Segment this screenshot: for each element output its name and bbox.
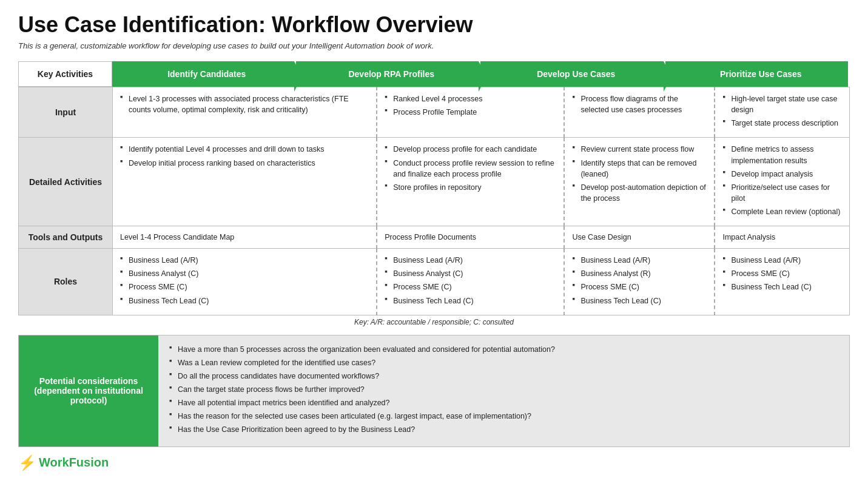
page-title: Use Case Identification: Workflow Overvi… (18, 12, 850, 38)
considerations-content: Have a more than 5 processes across the … (158, 335, 849, 447)
key-text: Key: A/R: accountable / responsible; C: … (18, 315, 850, 330)
row-label-3: Roles (19, 249, 113, 315)
header-col-1: Develop RPA Profiles (296, 61, 479, 87)
cell-3-0: Business Lead (A/R)Business Analyst (C)P… (113, 249, 377, 315)
bullet-item: Process SME (C) (572, 281, 707, 292)
cell-1-0: Identify potential Level 4 processes and… (113, 138, 377, 226)
cell-0-3: High-level target state use case designT… (715, 87, 849, 138)
considerations-list: Have a more than 5 processes across the … (169, 344, 838, 436)
header-col-2: Develop Use Cases (480, 61, 664, 87)
workflow-table: InputLevel 1-3 processes with associated… (18, 87, 850, 315)
cell-3-1: Business Lead (A/R)Business Analyst (C)P… (377, 249, 564, 315)
bullet-item: Process flow diagrams of the selected us… (572, 93, 707, 115)
page-subtitle: This is a general, customizable workflow… (18, 41, 850, 50)
bullet-item: Prioritize/select use cases for pilot (722, 182, 842, 204)
bullet-item: Ranked Level 4 processes (385, 93, 556, 104)
bullet-item: Define metrics to assess implementation … (722, 144, 842, 166)
bullet-item: Develop initial process ranking based on… (120, 158, 369, 169)
table-row-0: InputLevel 1-3 processes with associated… (19, 87, 850, 138)
bullet-item: Identify steps that can be removed (lean… (572, 158, 707, 180)
header-columns: Identify Candidates Develop RPA Profiles… (112, 61, 850, 87)
considerations-label: Potential considerations (dependent on i… (19, 335, 158, 447)
bullet-item: Business Tech Lead (C) (120, 295, 369, 306)
cell-2-2: Use Case Design (564, 226, 715, 249)
logo-icon: ⚡ (18, 454, 36, 471)
bullet-item: Business Analyst (R) (572, 268, 707, 279)
logo-section: ⚡ WorkFusion (18, 454, 850, 471)
header-col-3: Prioritize Use Cases (665, 61, 849, 87)
consideration-item: Has the Use Case Prioritization been agr… (169, 424, 838, 435)
row-label-2: Tools and Outputs (19, 226, 113, 249)
row-label-1: Detailed Activities (19, 138, 113, 226)
bullet-item: Develop process profile for each candida… (385, 144, 556, 155)
table-row-2: Tools and OutputsLevel 1-4 Process Candi… (19, 226, 850, 249)
cell-0-0: Level 1-3 processes with associated proc… (113, 87, 377, 138)
consideration-item: Have a more than 5 processes across the … (169, 344, 838, 355)
bullet-item: Business Lead (A/R) (385, 255, 556, 266)
bullet-item: High-level target state use case design (722, 93, 842, 115)
bullet-item: Identify potential Level 4 processes and… (120, 144, 369, 155)
cell-1-1: Develop process profile for each candida… (377, 138, 564, 226)
bullet-item: Process SME (C) (722, 268, 842, 279)
cell-3-3: Business Lead (A/R)Process SME (C)Busine… (715, 249, 849, 315)
consideration-item: Has the reason for the selected use case… (169, 411, 838, 422)
row-label-0: Input (19, 87, 113, 138)
logo-text: WorkFusion (39, 456, 109, 470)
bullet-item: Complete Lean review (optional) (722, 206, 842, 217)
bullet-item: Business Tech Lead (C) (722, 281, 842, 292)
cell-1-3: Define metrics to assess implementation … (715, 138, 849, 226)
table-row-3: RolesBusiness Lead (A/R)Business Analyst… (19, 249, 850, 315)
cell-0-2: Process flow diagrams of the selected us… (564, 87, 715, 138)
cell-0-1: Ranked Level 4 processesProcess Profile … (377, 87, 564, 138)
cell-2-1: Process Profile Documents (377, 226, 564, 249)
cell-2-3: Impact Analysis (715, 226, 849, 249)
bullet-item: Develop post-automation depiction of the… (572, 182, 707, 204)
bullet-item: Develop impact analysis (722, 169, 842, 180)
cell-2-0: Level 1-4 Process Candidate Map (113, 226, 377, 249)
consideration-item: Was a Lean review completed for the iden… (169, 357, 838, 368)
consideration-item: Have all potential impact metrics been i… (169, 397, 838, 408)
cell-3-2: Business Lead (A/R)Business Analyst (R)P… (564, 249, 715, 315)
bullet-item: Conduct process profile review session t… (385, 158, 556, 180)
bullet-item: Process SME (C) (120, 281, 369, 292)
bullet-item: Level 1-3 processes with associated proc… (120, 93, 369, 115)
bullet-item: Business Analyst (C) (120, 268, 369, 279)
bullet-item: Store profiles in repository (385, 182, 556, 193)
header-col-0: Identify Candidates (112, 61, 294, 87)
bullet-item: Target state process description (722, 118, 842, 129)
workflow-header: Key Activities Identify Candidates Devel… (18, 61, 850, 87)
bullet-item: Review current state process flow (572, 144, 707, 155)
bullet-item: Business Lead (A/R) (722, 255, 842, 266)
bullet-item: Business Analyst (C) (385, 268, 556, 279)
considerations-section: Potential considerations (dependent on i… (18, 335, 850, 447)
consideration-item: Can the target state process flows be fu… (169, 384, 838, 395)
bullet-item: Business Lead (A/R) (120, 255, 369, 266)
bullet-item: Process Profile Template (385, 107, 556, 118)
bullet-item: Business Lead (A/R) (572, 255, 707, 266)
cell-1-2: Review current state process flowIdentif… (564, 138, 715, 226)
bullet-item: Business Tech Lead (C) (385, 295, 556, 306)
header-label: Key Activities (18, 61, 112, 87)
bullet-item: Business Tech Lead (C) (572, 295, 707, 306)
consideration-item: Do all the process candidates have docum… (169, 371, 838, 382)
table-row-1: Detailed ActivitiesIdentify potential Le… (19, 138, 850, 226)
bullet-item: Process SME (C) (385, 281, 556, 292)
